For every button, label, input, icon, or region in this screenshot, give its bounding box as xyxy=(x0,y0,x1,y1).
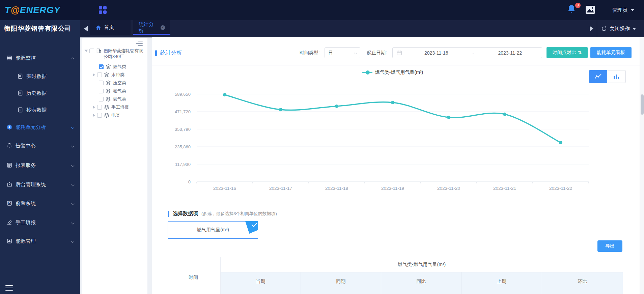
sidebar-item-report-service[interactable]: 报表服务 xyxy=(0,158,80,172)
line-chart-toggle-button[interactable] xyxy=(589,70,607,83)
time-type-select[interactable]: 日 xyxy=(325,47,360,58)
caret-collapsed-icon[interactable] xyxy=(93,73,95,77)
chart-legend[interactable]: 燃气类-燃气用气量(m³) xyxy=(197,69,589,76)
date-range-input[interactable]: 2023-11-16 - 2023-11-22 xyxy=(392,47,542,58)
sidebar-item-manual-fill[interactable]: 手工填报 xyxy=(0,216,80,229)
chevron-down-icon xyxy=(71,202,75,205)
svg-text:117,930: 117,930 xyxy=(175,162,191,167)
screenshot-image-icon[interactable] xyxy=(585,5,595,14)
apps-grid-icon[interactable] xyxy=(99,6,107,14)
user-menu[interactable]: 管理员 xyxy=(612,0,634,20)
tree-node-compressed-air[interactable]: 压空类 xyxy=(99,80,126,86)
server-icon xyxy=(7,55,12,61)
layers-icon xyxy=(106,88,111,94)
sidebar-collapse-icon[interactable] xyxy=(5,285,13,291)
tree-node-label: 衡阳华菱连轧管有限公司340厂 xyxy=(104,48,143,59)
title-accent-bar xyxy=(168,211,169,217)
tree-checkbox[interactable] xyxy=(99,81,104,85)
chart-type-toggle xyxy=(589,70,626,83)
tree-node-oxygen[interactable]: 氧气类 xyxy=(99,96,126,102)
tree-checkbox[interactable] xyxy=(97,105,102,110)
statistics-analysis-panel: 统计分析 时间类型: 日 起止日期: 2023-11-16 - 2023-11-… xyxy=(152,37,640,294)
svg-text:235,860: 235,860 xyxy=(175,144,191,149)
table-subheader-current: 当期 xyxy=(221,272,301,294)
tab-statistics-analysis[interactable]: 统计分析 × xyxy=(133,20,170,35)
data-item-card-selected[interactable]: 燃气用气量(m³) xyxy=(168,221,258,239)
tab-home[interactable]: 首页 xyxy=(90,20,131,35)
tree-checkbox[interactable] xyxy=(89,49,94,53)
sidebar-item-frontend-system[interactable]: D 前置系统 xyxy=(0,197,80,210)
energy-unit-icon xyxy=(7,124,12,130)
caret-collapsed-icon[interactable] xyxy=(93,106,95,109)
tabs-scroll-left-icon[interactable] xyxy=(84,26,88,31)
select-data-section-title: 选择数据项 (多选，最多选择3个相同单位的数据项) xyxy=(168,210,277,217)
tabs-scroll-right-icon[interactable] xyxy=(590,26,593,31)
caret-expanded-icon[interactable] xyxy=(85,50,88,52)
tree-checkbox[interactable] xyxy=(99,97,104,101)
tab-bar: 首页 统计分析 × 关闭操作 xyxy=(80,20,644,37)
tree-node-company[interactable]: 衡阳华菱连轧管有限公司340厂 xyxy=(85,48,143,59)
tree-node-electric[interactable]: 电类 xyxy=(93,112,120,118)
sidebar-item-label: 告警中心 xyxy=(16,143,36,149)
bar-chart-toggle-button[interactable] xyxy=(607,70,626,83)
tree-node-gas[interactable]: 燃气类 xyxy=(99,64,126,70)
tab-label: 统计分析 xyxy=(139,21,158,34)
date-start-value[interactable]: 2023-11-16 xyxy=(404,50,468,56)
table-subheader-previous: 上期 xyxy=(461,272,542,294)
org-tree-panel: 衡阳华菱连轧管有限公司340厂 燃气类 水种类 压空类 氮气类 氧气类 手工填报… xyxy=(82,38,147,294)
time-type-label: 时间类型: xyxy=(300,47,320,58)
sidebar-item-backend-admin[interactable]: 后台管理系统 xyxy=(0,178,80,191)
tree-node-label: 压空类 xyxy=(113,80,126,86)
sidebar-item-meter-data[interactable]: 抄表数据 xyxy=(0,103,80,117)
table-group-header: 燃气类-燃气用气量(m³) xyxy=(221,257,623,272)
sidebar-item-energy-management[interactable]: 能源管理 xyxy=(0,234,80,248)
sidebar-item-energy-monitor[interactable]: 能源监控 xyxy=(0,51,80,65)
tree-checkbox-checked[interactable] xyxy=(99,64,104,69)
tree-checkbox[interactable] xyxy=(97,113,102,118)
app-logo: T@ENERGY xyxy=(0,0,80,20)
legend-line-marker-icon xyxy=(362,72,372,73)
tree-checkbox[interactable] xyxy=(99,89,104,93)
chevron-down-icon xyxy=(354,51,357,54)
tab-close-icon[interactable]: × xyxy=(161,25,165,30)
energy-unit-kanban-button[interactable]: 能耗单元看板 xyxy=(590,47,632,58)
tree-node-label: 手工填报 xyxy=(111,104,129,110)
report-icon xyxy=(7,163,12,168)
tree-node-manual-fill[interactable]: 手工填报 xyxy=(93,104,129,110)
sidebar-item-alarm-center[interactable]: 告警中心 xyxy=(0,139,80,152)
table-subheader-mom: 环比 xyxy=(542,272,623,294)
tab-actions-dropdown[interactable]: 关闭操作 xyxy=(597,20,644,37)
sidebar-item-history-data[interactable]: 历史数据 xyxy=(0,86,80,100)
tree-node-nitrogen[interactable]: 氮气类 xyxy=(99,88,126,94)
svg-text:2023-11-18: 2023-11-18 xyxy=(325,186,348,191)
svg-text:2023-11-19: 2023-11-19 xyxy=(381,186,404,191)
sidebar-item-realtime-data[interactable]: 实时数据 xyxy=(0,69,80,83)
time-point-compare-button[interactable]: 时间点对比 ⇅ xyxy=(547,47,588,58)
header-divider xyxy=(152,65,640,65)
vertical-scrollbar[interactable] xyxy=(640,37,644,294)
refresh-icon xyxy=(601,26,607,32)
time-type-value: 日 xyxy=(328,50,333,56)
sidebar-item-label: 后台管理系统 xyxy=(16,181,46,188)
sidebar: T@ENERGY 衡阳华菱钢管有限公司 能源监控 实时数据 历史数据 抄表数据 … xyxy=(0,0,80,294)
sidebar-item-label: 历史数据 xyxy=(26,90,47,96)
calendar-icon xyxy=(397,50,402,55)
tree-checkbox[interactable] xyxy=(97,72,102,77)
chevron-down-icon xyxy=(71,144,75,147)
notification-bell[interactable]: 3 xyxy=(567,4,579,16)
tab-actions-label: 关闭操作 xyxy=(610,26,630,32)
export-button[interactable]: 导出 xyxy=(597,240,622,252)
sidebar-item-energy-unit-analysis[interactable]: 能耗单元分析 xyxy=(0,120,80,134)
svg-text:D: D xyxy=(8,202,10,205)
tree-node-label: 燃气类 xyxy=(113,64,126,70)
chevron-down-icon xyxy=(71,183,75,186)
date-end-value[interactable]: 2023-11-22 xyxy=(478,50,542,56)
caret-collapsed-icon[interactable] xyxy=(93,114,95,117)
tree-collapse-icon[interactable] xyxy=(136,41,143,46)
scrollbar-thumb[interactable] xyxy=(641,94,644,115)
date-separator: - xyxy=(468,50,478,56)
svg-text:0: 0 xyxy=(188,179,191,184)
tree-node-water[interactable]: 水种类 xyxy=(93,72,124,78)
document-icon xyxy=(18,74,23,79)
pencil-icon xyxy=(7,220,12,225)
